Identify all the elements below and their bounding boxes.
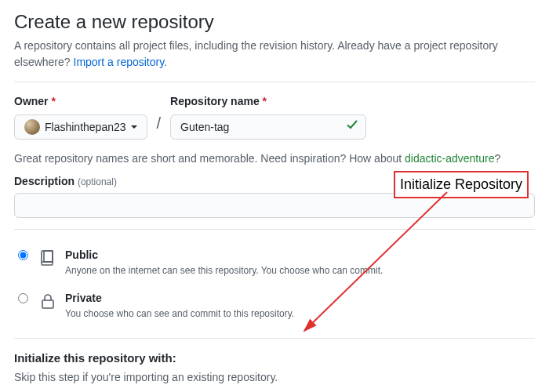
- svg-rect-0: [42, 251, 53, 265]
- private-radio[interactable]: [18, 293, 28, 303]
- required-asterisk: *: [263, 95, 267, 107]
- public-desc: Anyone on the internet can see this repo…: [65, 263, 383, 278]
- public-title: Public: [65, 247, 383, 263]
- optional-text: (optional): [78, 176, 117, 187]
- owner-value: Flashinthepan23: [45, 119, 126, 136]
- suggested-name-link[interactable]: didactic-adventure: [405, 152, 494, 165]
- svg-rect-3: [42, 300, 53, 308]
- repo-icon: [38, 249, 57, 272]
- page-title: Create a new repository: [14, 8, 535, 36]
- page-subtitle: A repository contains all project files,…: [14, 38, 535, 71]
- public-radio[interactable]: [18, 250, 28, 260]
- lock-icon: [38, 292, 57, 315]
- owner-label: Owner *: [14, 93, 147, 110]
- required-asterisk: *: [51, 95, 55, 107]
- name-hint: Great repository names are short and mem…: [14, 151, 535, 167]
- repo-name-group: Repository name *: [170, 93, 366, 140]
- avatar: [24, 119, 40, 135]
- annotation-label: Initialize Repository: [394, 171, 529, 198]
- owner-dropdown[interactable]: Flashinthepan23: [14, 114, 147, 140]
- svg-rect-1: [44, 251, 53, 262]
- private-desc: You choose who can see and commit to thi…: [65, 307, 294, 321]
- divider: [14, 82, 535, 82]
- private-title: Private: [65, 290, 294, 307]
- description-label: Description: [14, 175, 75, 187]
- import-repository-link[interactable]: Import a repository: [74, 56, 165, 68]
- initialize-subtext: Skip this step if you're importing an ex…: [14, 369, 535, 386]
- repo-name-label: Repository name *: [170, 93, 366, 110]
- owner-repo-row: Owner * Flashinthepan23 / Repository nam…: [14, 93, 535, 140]
- initialize-heading: Initialize this repository with:: [14, 350, 535, 368]
- caret-down-icon: [131, 125, 137, 129]
- visibility-private-option[interactable]: Private You choose who can see and commi…: [14, 284, 535, 327]
- owner-group: Owner * Flashinthepan23: [14, 93, 147, 140]
- slash-separator: /: [154, 111, 165, 140]
- repo-name-input[interactable]: [170, 114, 366, 140]
- divider: [14, 338, 535, 339]
- divider: [14, 229, 535, 230]
- visibility-public-option[interactable]: Public Anyone on the internet can see th…: [14, 241, 535, 284]
